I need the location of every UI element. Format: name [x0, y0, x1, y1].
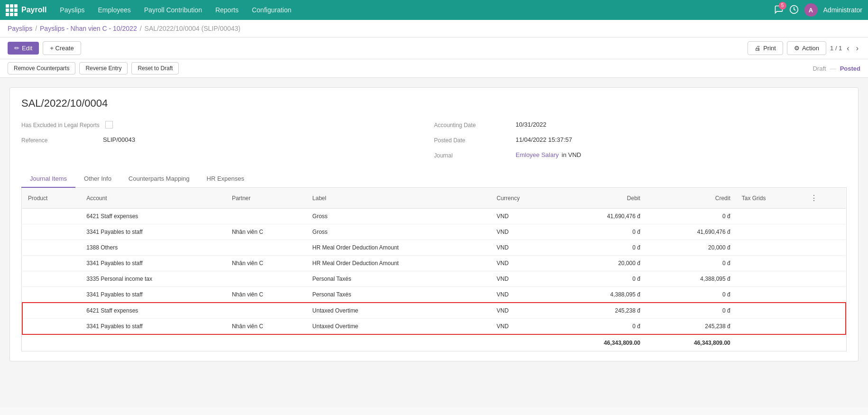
field-value-journal[interactable]: Emloyee Salary — [516, 151, 559, 158]
remove-counterparts-button[interactable]: Remove Counterparts — [8, 62, 75, 74]
cell-credit: 0 đ — [646, 209, 736, 224]
nav-item-payroll-contribution[interactable]: Payroll Contribution — [139, 4, 208, 16]
action-bar: Remove Counterparts Reverse Entry Reset … — [0, 59, 868, 78]
totals-row: 46,343,809.00 46,343,809.00 — [22, 334, 846, 351]
app-name: Payroll — [21, 6, 46, 14]
table-row: 6421 Staff expensesUntaxed OvertimeVND24… — [22, 303, 846, 319]
cell-partner: Nhân viên C — [226, 287, 307, 303]
tab-hr-expenses[interactable]: HR Expenses — [198, 170, 253, 188]
table-row: 3341 Payables to staffNhân viên CUntaxed… — [22, 319, 846, 335]
cell-account: 6421 Staff expenses — [81, 209, 226, 224]
cell-credit: 0 đ — [646, 287, 736, 303]
cell-product — [22, 256, 81, 271]
cell-partner — [226, 303, 307, 319]
nav-menu: PayslipsEmployeesPayroll ContributionRep… — [54, 4, 766, 16]
nav-item-payslips[interactable]: Payslips — [54, 4, 90, 16]
column-menu-button[interactable]: ⋮ — [808, 193, 820, 203]
table-row: 6421 Staff expensesGrossVND41,690,476 đ0… — [22, 209, 846, 224]
prev-page-button[interactable]: ‹ — [845, 43, 851, 54]
cell-currency: VND — [491, 287, 556, 303]
cell-partner: Nhân viên C — [226, 256, 307, 271]
cell-account: 6421 Staff expenses — [81, 303, 226, 319]
top-navigation: Payroll PayslipsEmployeesPayroll Contrib… — [0, 0, 868, 20]
reverse-entry-button[interactable]: Reverse Entry — [79, 62, 128, 74]
cell-currency: VND — [491, 319, 556, 335]
col-header-label: Label — [307, 188, 491, 209]
tab-counterparts-mapping[interactable]: Counterparts Mapping — [120, 170, 198, 188]
cell-debit: 0 đ — [556, 224, 646, 240]
edit-button[interactable]: ✏ Edit — [8, 42, 39, 55]
tab-other-info[interactable]: Other Info — [75, 170, 120, 188]
cell-debit: 0 đ — [556, 319, 646, 335]
cell-account: 3341 Payables to staff — [81, 319, 226, 335]
cell-product — [22, 303, 81, 319]
table-header-row: Product Account Partner Label Currency D… — [22, 188, 846, 209]
col-options: ⋮ — [803, 188, 846, 209]
journal-items-table: Product Account Partner Label Currency D… — [21, 188, 847, 351]
field-has-excluded: Has Excluded in Legal Reports — [21, 121, 434, 129]
form-card: SAL/2022/10/0004 Has Excluded in Legal R… — [9, 87, 859, 361]
cell-tax-grids — [736, 209, 803, 224]
checkbox-excluded[interactable] — [105, 121, 113, 129]
clock-icon[interactable] — [789, 5, 799, 16]
col-header-product: Product — [22, 188, 81, 209]
next-page-button[interactable]: › — [854, 43, 860, 54]
print-button[interactable]: 🖨 Print — [748, 41, 783, 55]
cell-label: Personal Taxés — [307, 287, 491, 303]
cell-empty — [803, 319, 846, 335]
cell-currency: VND — [491, 256, 556, 271]
status-area: Draft ― Posted — [183, 65, 860, 72]
cell-account: 1388 Others — [81, 240, 226, 256]
cell-partner — [226, 209, 307, 224]
cell-currency: VND — [491, 224, 556, 240]
cell-debit: 0 đ — [556, 271, 646, 287]
cell-empty — [803, 240, 846, 256]
pencil-icon: ✏ — [14, 45, 19, 52]
field-label-accounting-date: Accounting Date — [434, 121, 510, 129]
field-journal: Journal Emloyee Salary in VND — [434, 151, 847, 159]
main-content: SAL/2022/10/0004 Has Excluded in Legal R… — [0, 78, 868, 407]
cell-empty — [803, 271, 846, 287]
cell-debit: 0 đ — [556, 240, 646, 256]
cell-account: 3341 Payables to staff — [81, 224, 226, 240]
nav-item-reports[interactable]: Reports — [210, 4, 244, 16]
cell-label: Gross — [307, 209, 491, 224]
cell-currency: VND — [491, 271, 556, 287]
cell-debit: 20,000 đ — [556, 256, 646, 271]
cell-product — [22, 224, 81, 240]
cell-product — [22, 271, 81, 287]
status-posted: Posted — [840, 65, 860, 72]
reset-to-draft-button[interactable]: Reset to Draft — [131, 62, 179, 74]
field-group-right: Accounting Date 10/31/2022 Posted Date 1… — [434, 121, 847, 159]
totals-label — [22, 334, 556, 351]
cell-credit: 4,388,095 đ — [646, 271, 736, 287]
table-row: 3341 Payables to staffNhân viên CGrossVN… — [22, 224, 846, 240]
cell-empty — [803, 209, 846, 224]
username: Administrator — [823, 6, 862, 14]
cell-tax-grids — [736, 303, 803, 319]
avatar[interactable]: A — [804, 3, 818, 17]
col-header-debit: Debit — [556, 188, 646, 209]
cell-label: Untaxed Overtime — [307, 303, 491, 319]
record-title: SAL/2022/10/0004 — [21, 97, 847, 110]
breadcrumb-payslips[interactable]: Payslips — [8, 25, 32, 32]
cell-credit: 245,238 đ — [646, 319, 736, 335]
breadcrumb-current: SAL/2022/10/0004 (SLIP/00043) — [145, 25, 240, 32]
action-button[interactable]: ⚙ Action — [787, 41, 826, 55]
create-button[interactable]: + Create — [43, 41, 81, 55]
field-label-reference: Reference — [21, 136, 97, 144]
tab-journal-items[interactable]: Journal Items — [21, 170, 75, 188]
field-posted-date: Posted Date 11/04/2022 15:37:57 — [434, 136, 847, 144]
col-header-credit: Credit — [646, 188, 736, 209]
app-logo[interactable]: Payroll — [6, 4, 46, 16]
messages-icon[interactable]: 5 — [774, 5, 784, 16]
nav-item-configuration[interactable]: Configuration — [246, 4, 297, 16]
apps-grid-icon[interactable] — [6, 4, 18, 16]
breadcrumb-payslips-nhan-vien[interactable]: Payslips - Nhan vien C - 10/2022 — [40, 25, 137, 32]
pagination: 1 / 1 ‹ › — [830, 43, 860, 54]
table-row: 1388 OthersHR Meal Order Deduction Amoun… — [22, 240, 846, 256]
cell-partner — [226, 240, 307, 256]
cell-currency: VND — [491, 303, 556, 319]
total-debit: 46,343,809.00 — [556, 334, 646, 351]
nav-item-employees[interactable]: Employees — [92, 4, 137, 16]
